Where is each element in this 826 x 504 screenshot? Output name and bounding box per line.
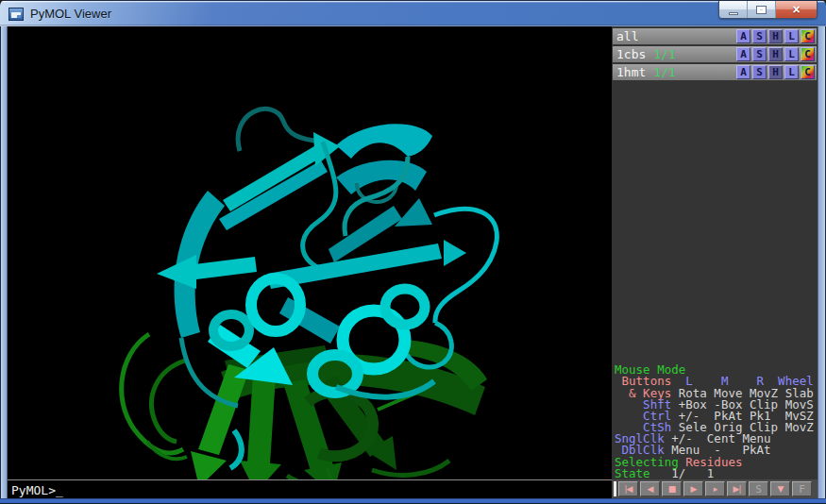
object-1hmt-button-h[interactable]: H bbox=[768, 65, 783, 79]
step-forward-icon: ▸ bbox=[714, 485, 717, 494]
object-row-all[interactable]: allASHLC bbox=[613, 28, 817, 44]
titlebar[interactable]: PyMOL Viewer × bbox=[0, 0, 826, 26]
playback-separator bbox=[614, 481, 616, 496]
stop-icon: ■ bbox=[668, 485, 676, 494]
minimize-icon bbox=[729, 12, 738, 15]
object-1hmt-button-c[interactable]: C bbox=[801, 65, 815, 79]
viewport-3d[interactable]: PyMOL>_ bbox=[8, 26, 612, 498]
close-icon: × bbox=[792, 2, 800, 18]
play-icon: ▶ bbox=[691, 485, 697, 494]
object-panel: allASHLC1cbs1/1ASHLC1hmt1/1ASHLC bbox=[612, 26, 818, 80]
playback-step-forward-button[interactable]: ▸ bbox=[705, 481, 725, 496]
window-title: PyMOL Viewer bbox=[30, 7, 111, 21]
object-row-1hmt[interactable]: 1hmt1/1ASHLC bbox=[613, 64, 817, 80]
object-state: 1/1 bbox=[653, 65, 675, 79]
object-all-button-h[interactable]: H bbox=[768, 29, 783, 43]
step-back-icon: ◀ bbox=[648, 485, 653, 494]
object-1hmt-button-s[interactable]: S bbox=[752, 65, 767, 79]
object-1hmt-button-a[interactable]: A bbox=[736, 65, 750, 79]
playback-play-button[interactable]: ▶ bbox=[683, 481, 703, 496]
maximize-button[interactable] bbox=[748, 1, 776, 19]
playback-controls: |◀◀■▶▸▶|S▼F bbox=[612, 479, 818, 498]
pymol-window: PyMOL Viewer × bbox=[0, 0, 826, 504]
close-button[interactable]: × bbox=[776, 1, 817, 19]
window-border-bottom bbox=[0, 498, 826, 504]
playback-forward-end-button[interactable]: ▶| bbox=[727, 481, 747, 496]
object-1cbs-button-s[interactable]: S bbox=[752, 47, 767, 61]
rewind-start-icon: |◀ bbox=[625, 485, 632, 494]
object-all-button-l[interactable]: L bbox=[784, 29, 799, 43]
minimize-button[interactable] bbox=[719, 1, 748, 19]
window-border-left bbox=[0, 26, 8, 498]
window-border-right bbox=[818, 26, 826, 498]
pymol-app-icon bbox=[8, 8, 24, 21]
object-1cbs-button-c[interactable]: C bbox=[801, 47, 815, 61]
object-name[interactable]: 1cbs bbox=[616, 47, 646, 61]
mouse-mode-panel: Mouse Mode Buttons L M R Wheel & Keys Ro… bbox=[615, 364, 818, 479]
menu-down-icon: ▼ bbox=[778, 485, 784, 494]
playback-menu-down-button[interactable]: ▼ bbox=[770, 481, 790, 496]
object-1cbs-button-l[interactable]: L bbox=[784, 47, 799, 61]
playback-stop-button[interactable]: ■ bbox=[662, 481, 682, 496]
maximize-icon bbox=[756, 6, 767, 14]
object-all-button-c[interactable]: C bbox=[801, 29, 815, 43]
sidebar: allASHLC1cbs1/1ASHLC1hmt1/1ASHLC Mouse M… bbox=[612, 26, 818, 498]
playback-scene-button[interactable]: S bbox=[749, 481, 768, 496]
object-all-button-s[interactable]: S bbox=[752, 29, 767, 43]
object-name[interactable]: all bbox=[616, 29, 638, 43]
object-1cbs-button-a[interactable]: A bbox=[736, 47, 750, 61]
mouse-panel-line: State 1/ 1 bbox=[615, 468, 818, 479]
playback-fullscreen-button[interactable]: F bbox=[792, 481, 812, 496]
command-line[interactable]: PyMOL>_ bbox=[8, 479, 612, 498]
forward-end-icon: ▶| bbox=[733, 485, 741, 494]
scene-icon: S bbox=[755, 484, 762, 495]
mouse-panel-text: State bbox=[615, 466, 650, 480]
object-row-1cbs[interactable]: 1cbs1/1ASHLC bbox=[613, 46, 817, 62]
protein-1cbs bbox=[157, 109, 497, 468]
playback-step-back-button[interactable]: ◀ bbox=[640, 481, 660, 496]
playback-rewind-start-button[interactable]: |◀ bbox=[618, 481, 638, 496]
command-prompt: PyMOL> bbox=[11, 483, 56, 497]
object-all-button-a[interactable]: A bbox=[736, 29, 750, 43]
object-1cbs-button-h[interactable]: H bbox=[768, 47, 783, 61]
molecule-render bbox=[8, 26, 612, 479]
object-name[interactable]: 1hmt bbox=[616, 65, 646, 79]
mouse-panel-text: 1/ 1 bbox=[650, 466, 715, 480]
object-state: 1/1 bbox=[653, 47, 675, 61]
command-cursor: _ bbox=[56, 483, 63, 497]
object-1hmt-button-l[interactable]: L bbox=[784, 65, 799, 79]
protein-1hmt bbox=[122, 334, 487, 479]
window-frame: PyMOL>_ allASHLC1cbs1/1ASHLC1hmt1/1ASHLC… bbox=[0, 26, 826, 498]
fullscreen-icon: F bbox=[799, 484, 805, 495]
caption-buttons: × bbox=[718, 1, 818, 19]
